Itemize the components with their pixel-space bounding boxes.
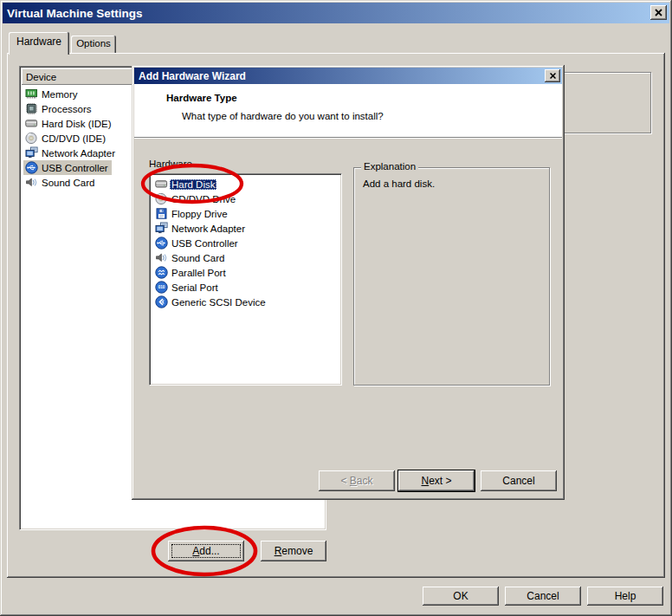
back-button-label: B bbox=[350, 475, 357, 487]
explanation-legend: Explanation bbox=[361, 161, 418, 172]
wizard-item-label: Network Adapter bbox=[170, 224, 247, 234]
usb-icon bbox=[155, 237, 168, 250]
wizard-item-label: Hard Disk bbox=[170, 179, 216, 190]
wizard-item-label: CD/DVD Drive bbox=[170, 194, 237, 204]
network-icon bbox=[25, 146, 38, 159]
back-button[interactable]: < Back bbox=[319, 470, 395, 491]
wizard-title: Add Hardware Wizard bbox=[139, 70, 246, 82]
window-title: Virtual Machine Settings bbox=[7, 7, 143, 20]
parallel-port-icon bbox=[155, 266, 168, 279]
wizard-item-cd-dvd-drive[interactable]: CD/DVD Drive bbox=[152, 191, 339, 206]
device-item-label: CD/DVD (IDE) bbox=[40, 133, 107, 144]
cancel-button[interactable]: Cancel bbox=[505, 587, 581, 606]
device-item-label: Network Adapter bbox=[40, 148, 117, 159]
wizard-item-network-adapter[interactable]: Network Adapter bbox=[152, 221, 339, 236]
device-item-label: Processors bbox=[40, 104, 94, 114]
device-item-label: USB Controller bbox=[40, 163, 110, 173]
network-icon bbox=[155, 222, 168, 235]
wizard-item-label: Generic SCSI Device bbox=[170, 297, 268, 308]
wizard-item-floppy-drive[interactable]: Floppy Drive bbox=[152, 206, 339, 221]
wizard-close-button[interactable] bbox=[545, 69, 560, 82]
wizard-titlebar[interactable]: Add Hardware Wizard bbox=[134, 68, 562, 84]
device-item-label: Hard Disk (IDE) bbox=[40, 119, 113, 129]
wizard-header-subtitle: What type of hardware do you want to ins… bbox=[182, 111, 384, 121]
help-button-label: Help bbox=[615, 590, 636, 602]
close-icon bbox=[548, 71, 558, 81]
sound-icon bbox=[25, 176, 38, 189]
wizard-item-parallel-port[interactable]: Parallel Port bbox=[152, 265, 339, 280]
help-button[interactable]: Help bbox=[587, 587, 663, 606]
scsi-icon bbox=[155, 295, 168, 308]
add-button-label: A bbox=[192, 545, 199, 557]
wizard-cancel-button[interactable]: Cancel bbox=[481, 470, 557, 491]
tab-options-label: Options bbox=[76, 38, 111, 49]
hard-disk-icon bbox=[155, 178, 168, 191]
wizard-cancel-button-label: Cancel bbox=[502, 475, 534, 487]
explanation-groupbox: Explanation Add a hard disk. bbox=[353, 167, 550, 386]
next-button[interactable]: Next > bbox=[398, 470, 475, 491]
device-column-header-label: Device bbox=[26, 72, 56, 82]
serial-port-icon bbox=[155, 281, 168, 294]
wizard-item-label: USB Controller bbox=[170, 238, 240, 249]
add-hardware-wizard-dialog: Add Hardware Wizard Hardware Type What t… bbox=[132, 65, 565, 500]
cd-icon bbox=[155, 192, 168, 205]
device-item-label: Sound Card bbox=[40, 178, 96, 188]
wizard-header: Hardware Type What type of hardware do y… bbox=[134, 84, 562, 138]
cd-icon bbox=[25, 132, 38, 145]
ok-button[interactable]: OK bbox=[423, 587, 499, 606]
tab-hardware[interactable]: Hardware bbox=[9, 32, 69, 55]
wizard-item-serial-port[interactable]: Serial Port bbox=[152, 280, 339, 295]
hard-disk-icon bbox=[25, 117, 38, 130]
remove-button[interactable]: Remove bbox=[261, 541, 326, 561]
window-close-button[interactable] bbox=[650, 5, 667, 20]
sound-icon bbox=[155, 251, 168, 264]
device-item-label: Memory bbox=[40, 89, 80, 100]
usb-icon bbox=[25, 161, 38, 174]
tab-hardware-label: Hardware bbox=[16, 36, 61, 48]
wizard-header-title: Hardware Type bbox=[166, 93, 237, 103]
wizard-item-label: Serial Port bbox=[170, 282, 220, 293]
wizard-item-label: Floppy Drive bbox=[170, 209, 229, 219]
cancel-button-label: Cancel bbox=[527, 590, 559, 602]
add-button[interactable]: Add... bbox=[168, 541, 244, 561]
vm-settings-titlebar[interactable]: Virtual Machine Settings bbox=[3, 3, 669, 23]
wizard-hardware-list[interactable]: Hard Disk CD/DVD Drive Floppy Drive Netw… bbox=[149, 173, 342, 386]
explanation-text: Add a hard disk. bbox=[363, 178, 435, 189]
wizard-item-label: Sound Card bbox=[170, 253, 226, 263]
wizard-hardware-label: Hardware bbox=[149, 159, 192, 169]
wizard-item-sound-card[interactable]: Sound Card bbox=[152, 250, 339, 265]
next-button-label: N bbox=[421, 475, 429, 487]
floppy-icon bbox=[155, 207, 168, 220]
ok-button-label: OK bbox=[453, 590, 468, 602]
processor-icon bbox=[25, 102, 38, 115]
remove-button-label: R bbox=[275, 545, 282, 557]
close-icon bbox=[653, 7, 664, 18]
vm-settings-window: Virtual Machine Settings Hardware Option… bbox=[0, 0, 672, 616]
wizard-item-generic-scsi[interactable]: Generic SCSI Device bbox=[152, 295, 339, 309]
wizard-item-hard-disk[interactable]: Hard Disk bbox=[152, 177, 339, 191]
wizard-item-label: Parallel Port bbox=[170, 268, 228, 278]
wizard-item-usb-controller[interactable]: USB Controller bbox=[152, 236, 339, 250]
tab-options[interactable]: Options bbox=[71, 36, 116, 54]
memory-icon bbox=[25, 88, 38, 101]
